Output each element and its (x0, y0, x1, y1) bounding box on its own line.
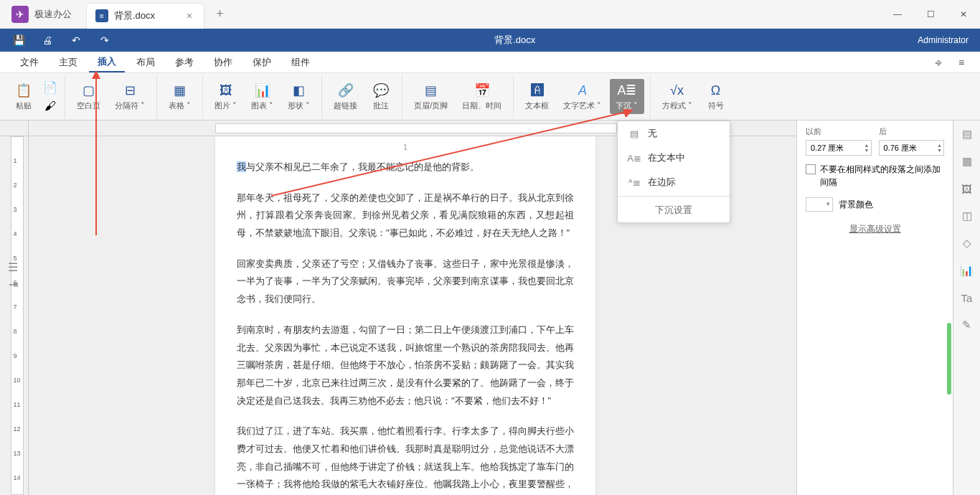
vertical-ruler: 1 2 3 4 5 6 7 8 9 10 11 12 13 14 (6, 136, 29, 495)
separator-icon: ⊟ (121, 82, 138, 99)
no-space-checkbox[interactable] (806, 164, 816, 174)
admin-label: Administrator (918, 35, 969, 45)
date-time-icon: 📅 (473, 82, 491, 99)
minimize-button[interactable]: — (881, 0, 914, 29)
bg-color-picker[interactable] (806, 197, 833, 212)
undo-icon[interactable]: ↶ (69, 33, 83, 47)
comment-icon: 💬 (372, 82, 390, 99)
ruler-corner (0, 121, 29, 136)
spinner-up-icon[interactable]: ▲ (937, 143, 942, 148)
dropcap-dropdown: ▤ 无 A≣ 在文本中 ᴬ≣ 在边际 下沉设置 (617, 121, 730, 223)
document-tab[interactable]: ≡ 背景.docx × (86, 3, 204, 29)
symbol-icon: Ω (707, 82, 725, 99)
add-tab-button[interactable]: + (216, 6, 224, 22)
tab-insert[interactable]: 插入 (89, 52, 125, 72)
in-text-icon: A≣ (628, 151, 641, 164)
page: 1 我与父亲不相见已二年余了，我最不能忘记的是他的背影。 那年冬天，祖母死了，父… (215, 136, 595, 495)
scrollbar-thumb[interactable] (947, 323, 951, 395)
dropcap-in-text[interactable]: A≣ 在文本中 (618, 146, 730, 170)
textbox-icon: 🅰 (529, 82, 546, 99)
tab-home[interactable]: 主页 (50, 53, 86, 72)
close-button[interactable]: ✕ (947, 0, 980, 29)
side-toolbar: ▤ ▦ 🖼 ◫ ◇ 📊 Ta ✎ (953, 121, 980, 495)
header-settings-icon[interactable]: ◫ (959, 208, 975, 224)
print-icon[interactable]: 🖨 (40, 33, 55, 47)
format-brush-icon[interactable]: 🖌 (42, 98, 59, 115)
picture-button[interactable]: 🖼 图片 ˅ (209, 79, 242, 114)
date-time-button[interactable]: 📅 日期、时间 (456, 79, 507, 114)
shape-settings-icon[interactable]: ◇ (959, 235, 975, 251)
save-icon[interactable]: 💾 (11, 33, 26, 47)
advanced-link[interactable]: 显示高级设置 (806, 223, 944, 235)
right-panel: 以前 0.27 厘米 ▲▼ 后 0.76 厘米 ▲▼ 不要在相同样式的段落之间添… (796, 121, 953, 495)
menu-icon[interactable]: ≡ (954, 55, 969, 70)
picture-icon: 🖼 (217, 82, 235, 99)
header-footer-icon: ▤ (423, 82, 440, 99)
tab-layout[interactable]: 布局 (128, 53, 164, 72)
separator-button[interactable]: ⊟ 分隔符 ˅ (109, 79, 151, 114)
tab-protect[interactable]: 保护 (244, 53, 280, 72)
copy-icon[interactable]: 📄 (42, 79, 59, 96)
signature-icon[interactable]: ✎ (959, 317, 975, 333)
outline-toggle-icon[interactable]: ⇥ (6, 277, 20, 291)
tab-file[interactable]: 文件 (11, 53, 47, 72)
text-settings-icon[interactable]: Ta (959, 290, 975, 306)
paragraph[interactable]: 我们过了江，进了车站。我买票，他忙着照看行李。行李太多了，得向脚夫行些小费才可过… (237, 423, 574, 495)
spinner-up-icon[interactable]: ▲ (864, 143, 870, 148)
page-number: 1 (237, 143, 574, 151)
hyperlink-icon: 🔗 (337, 82, 354, 99)
paragraph[interactable]: 到南京时，有朋友约去游逛，勾留了一日；第二日上午便须渡江到浦口，下午上车北去。父… (237, 321, 574, 410)
tab-components[interactable]: 组件 (283, 53, 319, 72)
ribbon-tabs: 文件 主页 插入 布局 参考 协作 保护 组件 ⎆ ≡ (0, 52, 980, 73)
share-icon[interactable]: ⎆ (931, 55, 946, 70)
text-selection: 我 (237, 161, 246, 172)
spinner-down-icon[interactable]: ▼ (937, 148, 942, 153)
paste-button[interactable]: 📋 粘贴 (9, 79, 39, 114)
dropcap-none[interactable]: ▤ 无 (618, 121, 730, 146)
maximize-button[interactable]: ☐ (914, 0, 947, 29)
tab-collaborate[interactable]: 协作 (205, 53, 241, 72)
before-label: 以前 (806, 126, 872, 137)
equation-button[interactable]: √x 方程式 ˅ (656, 79, 698, 114)
paragraph-settings-icon[interactable]: ▤ (959, 126, 975, 142)
chart-settings-icon[interactable]: 📊 (959, 263, 975, 278)
chart-icon: 📊 (254, 82, 271, 99)
chart-button[interactable]: 📊 图表 ˅ (245, 79, 279, 114)
dropcap-settings[interactable]: 下沉设置 (618, 198, 730, 222)
paragraph-text: 与父亲不相见已二年余了，我最不能忘记的是他的背影。 (246, 161, 479, 172)
comment-button[interactable]: 💬 批注 (366, 79, 396, 114)
shape-button[interactable]: ◧ 形状 ˅ (282, 79, 316, 114)
title-bar: ✈ 极速办公 ≡ 背景.docx × + — ☐ ✕ (0, 0, 980, 29)
dropcap-in-margin[interactable]: ᴬ≣ 在边际 (618, 170, 730, 194)
none-icon: ▤ (628, 127, 641, 140)
app-logo-icon: ✈ (11, 6, 29, 23)
doc-title-bar: 💾 🖨 ↶ ↷ 背景.docx Administrator (0, 29, 980, 52)
wordart-icon: A (574, 82, 591, 99)
in-margin-icon: ᴬ≣ (628, 176, 641, 189)
tab-title: 背景.docx (114, 9, 155, 22)
outline-icon[interactable]: ☰ (6, 260, 20, 274)
doc-icon: ≡ (95, 9, 108, 22)
spinner-down-icon[interactable]: ▼ (864, 148, 870, 153)
redo-icon[interactable]: ↷ (98, 33, 112, 47)
tab-close-icon[interactable]: × (184, 10, 195, 22)
paragraph[interactable]: 回家变卖典质，父亲还了亏空；又借钱办了丧事。这些日子，家中光景很是惨淡，一半为了… (237, 255, 574, 308)
table-settings-icon[interactable]: ▦ (959, 154, 975, 169)
before-spinner[interactable]: 0.27 厘米 ▲▼ (806, 140, 872, 156)
paragraph[interactable]: 那年冬天，祖母死了，父亲的差使也交卸了，正是祸不单行的日子。我从北京到徐州，打算… (237, 189, 574, 242)
table-button[interactable]: ▦ 表格 ˅ (163, 79, 197, 114)
header-footer-button[interactable]: ▤ 页眉/页脚 (408, 79, 453, 114)
blank-page-button[interactable]: ▢ 空白页 (71, 79, 106, 114)
after-spinner[interactable]: 0.76 厘米 ▲▼ (879, 140, 945, 156)
after-label: 后 (879, 126, 945, 137)
wordart-button[interactable]: A 文字艺术 ˅ (557, 79, 607, 114)
image-settings-icon[interactable]: 🖼 (959, 181, 975, 197)
blank-page-icon: ▢ (80, 82, 98, 99)
symbol-button[interactable]: Ω 符号 (701, 79, 731, 114)
dropcap-button[interactable]: A≣ 下沉 ˅ (610, 79, 644, 114)
hyperlink-button[interactable]: 🔗 超链接 (328, 79, 363, 114)
textbox-button[interactable]: 🅰 文本框 (519, 79, 555, 114)
paste-icon: 📋 (15, 82, 32, 99)
tab-reference[interactable]: 参考 (166, 53, 202, 72)
paragraph[interactable]: 我与父亲不相见已二年余了，我最不能忘记的是他的背影。 (237, 159, 574, 176)
